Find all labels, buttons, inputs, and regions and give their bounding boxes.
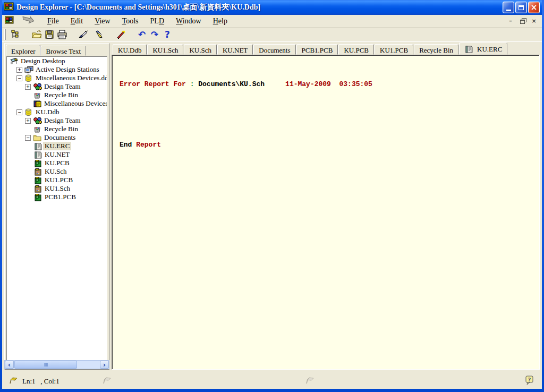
tree-item-label: Design Team	[42, 82, 82, 91]
menu-file[interactable]: File	[41, 16, 65, 27]
report-doc-icon	[464, 45, 474, 53]
expand-plus-icon[interactable]: +	[25, 84, 31, 90]
doc-tab-label: KU.ERC	[477, 45, 502, 54]
tree-item-ku-erc[interactable]: KU.ERC	[7, 142, 107, 150]
menu-pld[interactable]: PLD	[144, 16, 170, 27]
open-folder-icon	[31, 30, 42, 39]
tree-item-ku-pcb[interactable]: KU.PCB	[7, 159, 107, 167]
tree-item-ku-sch[interactable]: KU.Sch	[7, 167, 107, 176]
scroll-right-button[interactable]: ›	[100, 361, 109, 369]
tree-item-recycle-bin[interactable]: Recycle Bin	[7, 91, 107, 99]
mdi-minimize-button[interactable]: –	[506, 17, 515, 25]
doc-tab-documents[interactable]: Documents	[253, 44, 295, 55]
tree-item-ku-net[interactable]: KU.NET	[7, 150, 107, 159]
wand-button[interactable]	[114, 28, 127, 41]
doc-tab-ku1-sch[interactable]: KU1.Sch	[147, 44, 183, 55]
scrollbar-thumb[interactable]	[14, 361, 77, 369]
save-button[interactable]	[43, 28, 56, 41]
tree-item-label: PCB1.PCB	[43, 193, 78, 201]
pcb-doc-icon	[33, 193, 43, 201]
doc-tab-recycle-bin[interactable]: Recycle Bin	[414, 44, 458, 55]
tree-item-design-desktop[interactable]: Design Desktop	[7, 57, 107, 65]
close-icon: ×	[531, 4, 538, 12]
tab-browse-text[interactable]: Browse Text	[40, 46, 86, 56]
mdi-close-button[interactable]: ×	[529, 17, 539, 25]
toolbar-grip[interactable]	[4, 29, 6, 40]
explorer-toggle-button[interactable]	[9, 28, 22, 41]
close-button[interactable]: ×	[528, 2, 540, 13]
tree-item-active-design-stations[interactable]: + Active Design Stations	[7, 65, 107, 74]
mdi-restore-button[interactable]	[517, 17, 527, 25]
menu-view[interactable]: View	[89, 16, 116, 27]
maximize-icon	[518, 5, 524, 10]
document-area: KU.Ddb KU1.Sch KU.Sch KU.NET Documents P…	[112, 42, 540, 370]
expand-plus-icon[interactable]: +	[16, 67, 22, 73]
doc-tab-ku-sch[interactable]: KU.Sch	[184, 44, 217, 55]
tree-item-label: Recycle Bin	[42, 91, 80, 99]
maximize-button[interactable]	[515, 2, 527, 13]
end-report-line: End Report	[120, 140, 539, 150]
tree-item-ku-ddb[interactable]: − KU.Ddb	[7, 108, 107, 116]
wiring-pencil-icon	[94, 30, 105, 39]
undo-button[interactable]: ↶	[135, 28, 148, 41]
redo-icon: ↷	[151, 29, 158, 40]
tab-explorer[interactable]: Explorer	[6, 45, 40, 56]
doc-tab-ku-pcb[interactable]: KU.PCB	[338, 44, 374, 55]
expand-minus-icon[interactable]: −	[25, 135, 31, 141]
system-menu-icon[interactable]	[5, 16, 14, 26]
doc-tab-ku-ddb[interactable]: KU.Ddb	[113, 44, 147, 55]
expand-minus-icon[interactable]: −	[16, 109, 22, 115]
tree-item-label: KU.PCB	[43, 159, 71, 167]
tree-item-design-team[interactable]: + Design Team	[7, 82, 107, 91]
redo-button[interactable]: ↷	[148, 28, 161, 41]
tree-item-recycle-bin[interactable]: Recycle Bin	[7, 125, 107, 133]
sch-doc-icon	[33, 185, 43, 193]
report-doc-icon	[33, 151, 43, 159]
blank-line	[120, 109, 539, 120]
print-button[interactable]	[56, 28, 69, 41]
menu-window[interactable]: Window	[170, 16, 207, 27]
database-icon	[24, 74, 34, 82]
status-flag-icon	[8, 376, 19, 387]
tree-item-ku1-sch[interactable]: KU1.Sch	[7, 184, 107, 193]
doc-tab-ku-erc[interactable]: KU.ERC	[459, 42, 507, 55]
tree-item-label: Active Design Stations	[34, 65, 101, 74]
error-report-view[interactable]: Error Report For : Documents\KU.Sch 11-M…	[112, 55, 540, 370]
cross-probe-button[interactable]	[77, 28, 90, 41]
sch-doc-icon	[33, 168, 43, 176]
tree-item-misc-devices-ddb[interactable]: − Miscellaneous Devices.ddb	[7, 74, 107, 82]
open-document-button[interactable]	[30, 28, 43, 41]
expand-plus-icon[interactable]: +	[25, 118, 31, 124]
design-tree: Design Desktop + Active Design Stations …	[6, 56, 107, 368]
scroll-left-button[interactable]: ‹	[5, 361, 14, 369]
tree-item-label: Documents	[42, 133, 77, 142]
doc-tab-pcb1-pcb[interactable]: PCB1.PCB	[296, 44, 338, 55]
title-bar[interactable]: Design Explorer - [C:\Documents and Sett…	[2, 0, 542, 15]
help-balloon-button[interactable]: ?	[525, 376, 534, 387]
tree-item-label: Miscellaneous Devices.lib	[42, 99, 107, 108]
menu-edit[interactable]: Edit	[65, 16, 89, 27]
app-logo-icon	[4, 2, 14, 13]
explorer-panel-tabs: Explorer Browse Text	[6, 45, 108, 56]
tree-horizontal-scrollbar[interactable]: ‹ ›	[4, 360, 109, 369]
doc-tab-ku1-pcb[interactable]: KU1.PCB	[375, 44, 413, 55]
menu-help[interactable]: Help	[207, 16, 233, 27]
minimize-button[interactable]	[503, 2, 514, 13]
design-menu-arrow-icon[interactable]	[21, 16, 35, 26]
tree-item-documents[interactable]: − Documents	[7, 133, 107, 142]
folder-icon	[33, 134, 42, 142]
wiring-tool-button[interactable]	[93, 28, 106, 41]
tree-item-pcb1-pcb[interactable]: PCB1.PCB	[7, 193, 107, 201]
expand-minus-icon[interactable]: −	[16, 75, 22, 81]
document-tabs: KU.Ddb KU1.Sch KU.Sch KU.NET Documents P…	[112, 42, 540, 55]
help-button[interactable]: ?	[161, 28, 174, 41]
recycle-bin-icon	[33, 125, 42, 133]
toolbar: ↶ ↷ ?	[2, 28, 542, 42]
doc-tab-ku-net[interactable]: KU.NET	[217, 44, 253, 55]
tree-item-misc-devices-lib[interactable]: Miscellaneous Devices.lib	[7, 99, 107, 108]
tree-item-design-team[interactable]: + Design Team	[7, 116, 107, 125]
menu-tools[interactable]: Tools	[116, 16, 144, 27]
database-icon	[24, 108, 34, 116]
tree-item-ku1-pcb[interactable]: KU1.PCB	[7, 176, 107, 184]
tree-item-label: KU.Ddb	[34, 108, 61, 116]
